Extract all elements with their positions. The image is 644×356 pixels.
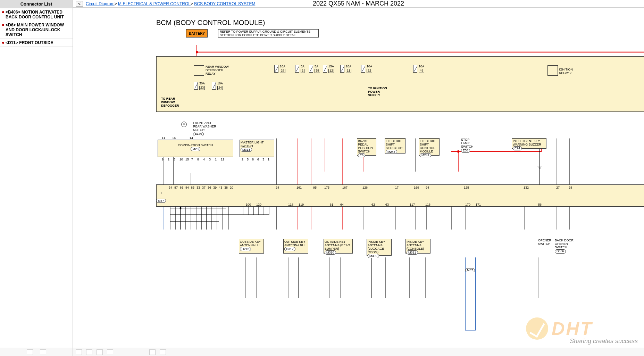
- brake-pedal-switch: BRAKE PEDAL POSITION SWITCHE6: [357, 138, 376, 156]
- pin-label: 62: [371, 203, 375, 206]
- ground-conn-m57-2: M57: [465, 268, 475, 272]
- tool-print-icon[interactable]: [149, 349, 156, 355]
- outside-key-antenna-lh: OUTSIDE KEY ANTENNA LHD212: [239, 239, 264, 254]
- fuse-label: 15A12: [328, 65, 334, 73]
- svg-point-4: [196, 51, 198, 53]
- pin-label: 3: [262, 158, 264, 161]
- pin-label: 86: [180, 186, 183, 189]
- fuse-icon: [413, 65, 417, 73]
- fuse-icon: [274, 65, 278, 73]
- pin-label: 39: [213, 186, 217, 189]
- pin-label: 94: [426, 186, 429, 189]
- pin-label: 169: [414, 186, 419, 189]
- pin-label: 120: [256, 203, 261, 206]
- fuse-label: 10A22: [367, 65, 372, 73]
- ground-conn-m57: M57: [156, 199, 166, 203]
- to-ignition-label: TO IGNITION POWER SUPPLY: [368, 87, 392, 97]
- back-button[interactable]: <: [76, 1, 83, 7]
- crumb-bcs[interactable]: BCS BODY CONTROL SYSTEM: [194, 1, 255, 6]
- pin-label: 3: [209, 158, 211, 161]
- fuse-label: 5A38: [315, 65, 320, 73]
- to-rear-defog-label: TO REAR WINDOW DEFOGGER: [161, 97, 182, 108]
- pin-label: 14: [190, 136, 193, 140]
- connector-item[interactable]: <D11> FRONT OUTSIDE: [0, 39, 73, 47]
- pin-label: 15: [185, 158, 189, 161]
- inside-key-antenna-console: INSIDE KEY ANTENNA (CONSOLE)M311: [405, 239, 430, 254]
- pin-label: 126: [362, 186, 368, 189]
- pin-label: 84: [185, 186, 189, 189]
- pin-label: 4: [203, 158, 205, 161]
- tool-copy-icon[interactable]: [97, 349, 103, 355]
- connector-item[interactable]: <B406> MOTION ACTIVATED BACK DOOR CONTRO…: [0, 8, 73, 21]
- power-supply-note: REFER TO POWER SUPPLY, GROUND & CIRCUIT …: [218, 29, 319, 38]
- pin-label: 2: [242, 158, 243, 161]
- fuse-icon: [340, 65, 344, 73]
- washer-motor-icon: M: [181, 122, 187, 127]
- relay-icon: [194, 65, 204, 76]
- rear-defog-relay-label: REAR WINDOW DEFOGGER RELAY: [206, 65, 230, 76]
- ignition-relay-label: IGNITION RELAY-2: [559, 68, 576, 75]
- fuse-icon: [295, 65, 299, 73]
- connector-list-header: Connector List: [0, 0, 73, 8]
- fuse-label: 10A28: [280, 65, 285, 73]
- pin-label: 85: [191, 186, 194, 189]
- pin-label: 117: [410, 203, 415, 206]
- crumb-electrical[interactable]: M ELECTRICAL & POWER CONTROL: [118, 1, 191, 6]
- pin-label: 5: [174, 158, 175, 161]
- diagram-title: BCM (BODY CONTROL MODULE): [156, 19, 265, 27]
- topbar: < Circuit Diagram> M ELECTRICAL & POWER …: [73, 0, 644, 8]
- connector-list: <B406> MOTION ACTIVATED BACK DOOR CONTRO…: [0, 8, 73, 348]
- pin-label: 34: [169, 186, 172, 189]
- pin-label: 116: [425, 203, 430, 206]
- fuse-label: 5A2: [301, 65, 304, 73]
- pin-label: 1: [268, 158, 269, 161]
- fuse-icon: [323, 65, 327, 73]
- diagram-canvas[interactable]: BCM (BODY CONTROL MODULE) BATTERY REFER …: [73, 8, 644, 348]
- watermark-logo: DHT: [526, 316, 616, 341]
- pin-label: 5: [247, 158, 249, 161]
- tool-back-icon[interactable]: [76, 349, 82, 355]
- pin-label: 11: [162, 136, 165, 140]
- pin-label: 56: [538, 203, 542, 206]
- svg-point-45: [180, 207, 182, 209]
- tool-highlight-icon[interactable]: [160, 349, 166, 355]
- pin-label: 125: [464, 186, 469, 189]
- pin-label: 63: [385, 203, 389, 206]
- pin-label: 28: [569, 186, 572, 189]
- watermark-text: Sharing creates success: [570, 338, 638, 345]
- outside-key-antenna-rh: OUTSIDE KEY ANTENNA RHD312: [283, 239, 308, 254]
- key-warning-buzzer: INTELLIGENT KEY WARNING BUZZER E24: [512, 138, 546, 149]
- sidebar-tool-1[interactable]: [27, 349, 33, 355]
- back-door-opener-switch: BACK DOOR OPENER SWITCHD556: [555, 239, 575, 254]
- pin-label: 10: [179, 158, 183, 161]
- stop-lamp-switch: STOP LAMP SWITCHE38: [461, 138, 477, 153]
- ground-icon: [159, 194, 164, 198]
- fuse-relay-block: [156, 56, 644, 112]
- bottom-toolbar: [73, 348, 644, 356]
- tool-grid-icon[interactable]: [107, 349, 113, 355]
- sidebar-tool-2[interactable]: [40, 349, 46, 355]
- pin-label: 64: [340, 203, 344, 206]
- svg-point-17: [457, 150, 459, 153]
- pin-label: 175: [324, 186, 329, 189]
- washer-motor-label: FRONT AND REAR WASHER MOTORE179: [193, 122, 217, 136]
- pin-label: 100: [246, 203, 251, 206]
- pin-label: 20: [230, 186, 233, 189]
- pin-label: 167: [342, 186, 348, 189]
- pin-label: 12: [221, 158, 224, 161]
- tool-page-icon[interactable]: [86, 349, 92, 355]
- pin-label: 95: [313, 186, 317, 189]
- pin-label: 132: [524, 186, 529, 189]
- battery-box: BATTERY: [186, 29, 208, 38]
- master-light-switch: MASTER LIGHT SWITCHM313: [240, 140, 274, 157]
- pin-label: 16: [172, 136, 176, 140]
- relay-icon: [547, 65, 558, 76]
- crumb-circuit-diagram[interactable]: Circuit Diagram: [86, 1, 115, 6]
- pin-label: 24: [276, 186, 279, 189]
- pin-label: 43: [219, 186, 222, 189]
- inside-key-antenna-luggage: INSIDE KEY ANTENNA (LUGGAGE ROOM)M309: [367, 239, 392, 256]
- connector-item[interactable]: <D6> MAIN POWER WINDOW AND DOOR LOCK/UNL…: [0, 21, 73, 39]
- electric-shift-module: ELECTRIC SHIFT CONTROL MODULEM242: [419, 138, 440, 156]
- pin-label: 119: [299, 203, 304, 206]
- fuse-icon: [212, 82, 216, 90]
